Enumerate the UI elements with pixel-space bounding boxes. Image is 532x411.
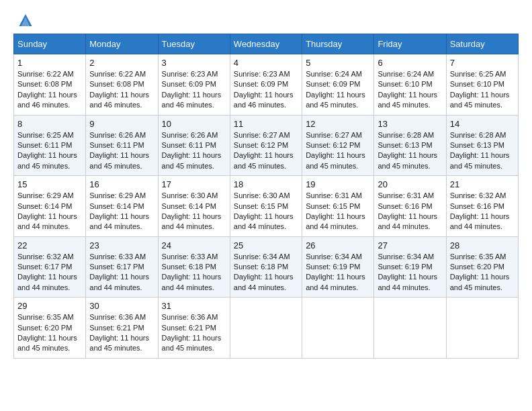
day-info: Sunrise: 6:31 AMSunset: 6:16 PMDaylight:… (378, 191, 437, 230)
calendar-header-row: SundayMondayTuesdayWednesdayThursdayFrid… (14, 34, 519, 54)
calendar-cell: 10Sunrise: 6:26 AMSunset: 6:11 PMDayligh… (158, 115, 230, 176)
calendar-cell: 11Sunrise: 6:27 AMSunset: 6:12 PMDayligh… (230, 115, 302, 176)
day-number: 5 (306, 58, 370, 68)
day-number: 7 (450, 58, 515, 68)
day-number: 25 (234, 240, 298, 250)
day-number: 19 (306, 179, 370, 189)
logo (13, 13, 40, 27)
day-info: Sunrise: 6:28 AMSunset: 6:13 PMDaylight:… (450, 131, 510, 170)
calendar-cell: 20Sunrise: 6:31 AMSunset: 6:16 PMDayligh… (374, 176, 446, 237)
calendar-week-4: 22Sunrise: 6:32 AMSunset: 6:17 PMDayligh… (14, 236, 519, 298)
header-sunday: Sunday (14, 34, 86, 54)
calendar-cell: 27Sunrise: 6:34 AMSunset: 6:19 PMDayligh… (374, 236, 446, 298)
calendar-cell: 12Sunrise: 6:27 AMSunset: 6:12 PMDayligh… (302, 115, 374, 176)
day-info: Sunrise: 6:27 AMSunset: 6:12 PMDaylight:… (306, 131, 365, 170)
page-header (13, 13, 519, 27)
calendar-cell: 4Sunrise: 6:23 AMSunset: 6:09 PMDaylight… (230, 54, 302, 116)
header-tuesday: Tuesday (158, 34, 230, 54)
calendar-cell: 13Sunrise: 6:28 AMSunset: 6:13 PMDayligh… (374, 115, 446, 176)
day-info: Sunrise: 6:35 AMSunset: 6:20 PMDaylight:… (17, 313, 77, 352)
calendar-cell: 31Sunrise: 6:36 AMSunset: 6:21 PMDayligh… (158, 298, 230, 359)
calendar-cell: 5Sunrise: 6:24 AMSunset: 6:09 PMDaylight… (302, 54, 374, 116)
calendar-week-5: 29Sunrise: 6:35 AMSunset: 6:20 PMDayligh… (14, 298, 519, 359)
day-number: 24 (162, 240, 226, 250)
day-number: 21 (450, 179, 515, 189)
day-info: Sunrise: 6:24 AMSunset: 6:09 PMDaylight:… (306, 70, 365, 109)
calendar-cell: 28Sunrise: 6:35 AMSunset: 6:20 PMDayligh… (446, 236, 518, 298)
day-info: Sunrise: 6:31 AMSunset: 6:15 PMDaylight:… (306, 191, 365, 230)
day-info: Sunrise: 6:32 AMSunset: 6:17 PMDaylight:… (17, 253, 77, 291)
day-info: Sunrise: 6:28 AMSunset: 6:13 PMDaylight:… (378, 131, 437, 170)
day-number: 23 (89, 240, 154, 250)
day-number: 2 (89, 58, 154, 68)
calendar-cell: 7Sunrise: 6:25 AMSunset: 6:10 PMDaylight… (446, 54, 518, 116)
day-info: Sunrise: 6:26 AMSunset: 6:11 PMDaylight:… (162, 131, 222, 170)
day-number: 13 (378, 119, 442, 129)
calendar-cell: 14Sunrise: 6:28 AMSunset: 6:13 PMDayligh… (446, 115, 518, 176)
day-info: Sunrise: 6:23 AMSunset: 6:09 PMDaylight:… (162, 70, 222, 109)
day-number: 8 (17, 119, 82, 129)
calendar-cell: 22Sunrise: 6:32 AMSunset: 6:17 PMDayligh… (14, 236, 86, 298)
header-wednesday: Wednesday (230, 34, 302, 54)
day-number: 31 (162, 301, 226, 311)
header-thursday: Thursday (302, 34, 374, 54)
day-info: Sunrise: 6:26 AMSunset: 6:11 PMDaylight:… (89, 131, 149, 170)
day-info: Sunrise: 6:30 AMSunset: 6:14 PMDaylight:… (162, 191, 222, 230)
calendar-week-2: 8Sunrise: 6:25 AMSunset: 6:11 PMDaylight… (14, 115, 519, 176)
day-info: Sunrise: 6:25 AMSunset: 6:11 PMDaylight:… (17, 131, 77, 170)
day-number: 17 (162, 179, 226, 189)
day-number: 15 (17, 179, 82, 189)
day-number: 14 (450, 119, 515, 129)
calendar-cell: 19Sunrise: 6:31 AMSunset: 6:15 PMDayligh… (302, 176, 374, 237)
day-number: 4 (234, 58, 298, 68)
calendar-cell: 21Sunrise: 6:32 AMSunset: 6:16 PMDayligh… (446, 176, 518, 237)
calendar-cell (374, 298, 446, 359)
calendar-cell: 8Sunrise: 6:25 AMSunset: 6:11 PMDaylight… (14, 115, 86, 176)
day-info: Sunrise: 6:29 AMSunset: 6:14 PMDaylight:… (17, 191, 77, 230)
calendar-cell: 16Sunrise: 6:29 AMSunset: 6:14 PMDayligh… (86, 176, 158, 237)
day-info: Sunrise: 6:33 AMSunset: 6:18 PMDaylight:… (162, 253, 222, 291)
header-friday: Friday (374, 34, 446, 54)
calendar-cell: 23Sunrise: 6:33 AMSunset: 6:17 PMDayligh… (86, 236, 158, 298)
calendar-cell (302, 298, 374, 359)
day-info: Sunrise: 6:22 AMSunset: 6:08 PMDaylight:… (17, 70, 77, 109)
day-number: 12 (306, 119, 370, 129)
day-info: Sunrise: 6:34 AMSunset: 6:18 PMDaylight:… (234, 253, 294, 291)
day-number: 16 (89, 179, 154, 189)
calendar-cell: 3Sunrise: 6:23 AMSunset: 6:09 PMDaylight… (158, 54, 230, 116)
day-info: Sunrise: 6:35 AMSunset: 6:20 PMDaylight:… (450, 253, 510, 291)
day-number: 9 (89, 119, 154, 129)
calendar-week-1: 1Sunrise: 6:22 AMSunset: 6:08 PMDaylight… (14, 54, 519, 116)
header-monday: Monday (86, 34, 158, 54)
day-info: Sunrise: 6:30 AMSunset: 6:15 PMDaylight:… (234, 191, 294, 230)
day-number: 22 (17, 240, 82, 250)
calendar-cell: 25Sunrise: 6:34 AMSunset: 6:18 PMDayligh… (230, 236, 302, 298)
day-number: 20 (378, 179, 442, 189)
calendar-cell: 26Sunrise: 6:34 AMSunset: 6:19 PMDayligh… (302, 236, 374, 298)
calendar-cell: 29Sunrise: 6:35 AMSunset: 6:20 PMDayligh… (14, 298, 86, 359)
day-info: Sunrise: 6:33 AMSunset: 6:17 PMDaylight:… (89, 253, 149, 291)
day-info: Sunrise: 6:32 AMSunset: 6:16 PMDaylight:… (450, 191, 510, 230)
day-number: 18 (234, 179, 298, 189)
day-number: 30 (89, 301, 154, 311)
day-info: Sunrise: 6:22 AMSunset: 6:08 PMDaylight:… (89, 70, 149, 109)
day-number: 29 (17, 301, 82, 311)
calendar-cell: 24Sunrise: 6:33 AMSunset: 6:18 PMDayligh… (158, 236, 230, 298)
calendar-cell: 9Sunrise: 6:26 AMSunset: 6:11 PMDaylight… (86, 115, 158, 176)
day-info: Sunrise: 6:27 AMSunset: 6:12 PMDaylight:… (234, 131, 294, 170)
day-info: Sunrise: 6:25 AMSunset: 6:10 PMDaylight:… (450, 70, 510, 109)
day-number: 3 (162, 58, 226, 68)
calendar-cell: 15Sunrise: 6:29 AMSunset: 6:14 PMDayligh… (14, 176, 86, 237)
header-saturday: Saturday (446, 34, 518, 54)
day-number: 28 (450, 240, 515, 250)
day-number: 1 (17, 58, 82, 68)
logo-icon (13, 13, 38, 27)
day-number: 6 (378, 58, 442, 68)
day-info: Sunrise: 6:29 AMSunset: 6:14 PMDaylight:… (89, 191, 149, 230)
day-info: Sunrise: 6:24 AMSunset: 6:10 PMDaylight:… (378, 70, 437, 109)
calendar-cell: 2Sunrise: 6:22 AMSunset: 6:08 PMDaylight… (86, 54, 158, 116)
calendar-cell: 1Sunrise: 6:22 AMSunset: 6:08 PMDaylight… (14, 54, 86, 116)
day-number: 27 (378, 240, 442, 250)
day-info: Sunrise: 6:34 AMSunset: 6:19 PMDaylight:… (306, 253, 365, 291)
calendar-cell (230, 298, 302, 359)
